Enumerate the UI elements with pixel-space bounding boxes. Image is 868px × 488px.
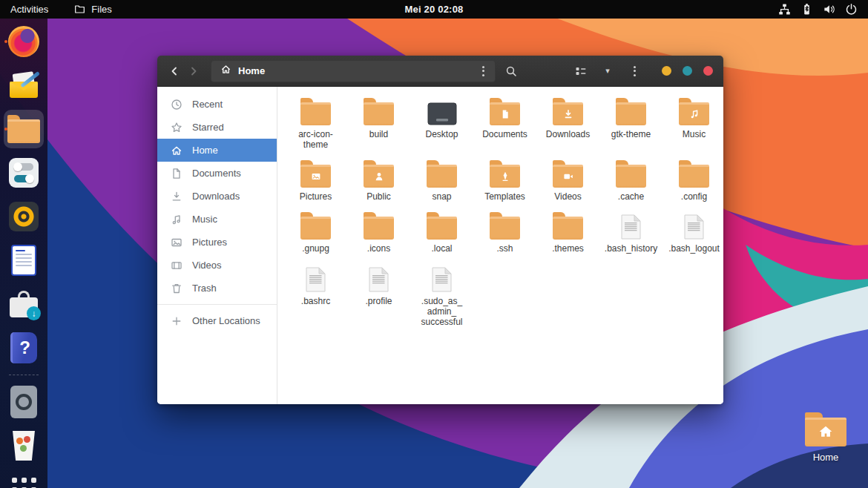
file-label: .themes	[552, 243, 584, 254]
path-menu-kebab-icon[interactable]	[478, 63, 489, 79]
files-app-icon	[73, 3, 86, 16]
file-label: .profile	[365, 296, 392, 306]
sidebar-separator	[157, 304, 277, 305]
file-item[interactable]: Videos	[536, 156, 599, 202]
file-label: Templates	[484, 191, 525, 202]
sidebar-item-label: Trash	[192, 283, 217, 294]
file-label: build	[369, 129, 388, 139]
minimize-button[interactable]	[662, 66, 671, 76]
sidebar-item-label: Home	[192, 145, 218, 156]
text-file-icon	[306, 264, 326, 292]
dock: ↓?	[0, 19, 47, 488]
file-item[interactable]: .ssh	[473, 208, 536, 254]
file-item[interactable]: gtk-theme	[599, 94, 662, 139]
file-item[interactable]: .bashrc	[284, 261, 347, 306]
sidebar-item-recent[interactable]: Recent	[157, 93, 277, 116]
file-label: Music	[683, 129, 706, 139]
file-item[interactable]: .sudo_as_admin_successful	[410, 261, 473, 327]
running-app-icon[interactable]	[4, 383, 44, 421]
search-icon[interactable]	[500, 60, 522, 82]
sidebar-item-downloads[interactable]: Downloads	[157, 185, 277, 208]
path-bar[interactable]: Home	[211, 60, 496, 82]
network-icon[interactable]	[778, 3, 791, 16]
menu-kebab-icon[interactable]	[623, 60, 645, 82]
file-label: Videos	[554, 191, 581, 202]
file-item[interactable]: .local	[410, 208, 473, 254]
ubuntu-software-icon[interactable]: ↓	[4, 285, 44, 323]
file-item[interactable]: .bash_logout	[662, 208, 723, 254]
file-item[interactable]: .gnupg	[284, 208, 347, 254]
file-item[interactable]: Public	[347, 156, 410, 202]
view-options-chevron-icon[interactable]: ▾	[596, 60, 619, 82]
back-icon[interactable]	[165, 62, 184, 81]
music-icon	[171, 214, 183, 225]
folder-icon	[427, 159, 457, 188]
sidebar-item-other-locations[interactable]: Other Locations	[157, 309, 277, 332]
sidebar-item-label: Pictures	[192, 237, 227, 248]
file-label: arc-icon-theme	[287, 129, 345, 150]
sidebar-item-home[interactable]: Home	[157, 139, 277, 162]
file-item[interactable]: build	[347, 94, 410, 139]
app-grid-icon[interactable]	[4, 470, 44, 488]
clock[interactable]: Mei 20 02:08	[0, 4, 868, 15]
file-item[interactable]: Templates	[473, 156, 536, 202]
libreoffice-writer-icon[interactable]	[4, 241, 44, 280]
downloads-icon	[171, 191, 183, 202]
file-item[interactable]: .cache	[599, 156, 662, 202]
rhythmbox-icon[interactable]	[4, 197, 44, 236]
sidebar-item-pictures[interactable]: Pictures	[157, 231, 277, 254]
file-item[interactable]: Pictures	[284, 156, 347, 202]
sidebar-item-label: Videos	[192, 260, 222, 271]
desktop-home-icon[interactable]: Home	[803, 412, 849, 463]
activities-button[interactable]: Activities	[10, 4, 48, 15]
volume-icon[interactable]	[823, 3, 835, 16]
trash-icon[interactable]	[4, 426, 44, 465]
maximize-button[interactable]	[683, 66, 692, 76]
sidebar-item-videos[interactable]: Videos	[157, 254, 277, 277]
file-item[interactable]: Music	[662, 94, 723, 139]
sidebar-item-label: Documents	[192, 168, 241, 179]
folder-icon	[490, 97, 520, 125]
file-item[interactable]: .profile	[347, 261, 410, 306]
settings-icon[interactable]	[4, 154, 44, 192]
power-icon[interactable]	[845, 3, 858, 16]
documents-icon	[171, 168, 183, 179]
file-item[interactable]: arc-icon-theme	[284, 94, 347, 150]
folder-icon	[300, 159, 331, 188]
file-item[interactable]: Desktop	[410, 94, 473, 139]
folder-icon	[300, 97, 331, 125]
file-item[interactable]: .config	[662, 156, 723, 202]
sidebar-item-trash[interactable]: Trash	[157, 277, 277, 300]
folder-icon	[553, 211, 583, 240]
file-item[interactable]: .icons	[347, 208, 410, 254]
file-item[interactable]: .bash_history	[599, 208, 662, 254]
folder-icon	[364, 211, 394, 240]
folder-icon	[616, 159, 646, 188]
file-label: .cache	[618, 191, 644, 202]
file-item[interactable]: snap	[410, 156, 473, 202]
file-item[interactable]: Documents	[473, 94, 536, 139]
forward-icon[interactable]	[184, 62, 203, 81]
file-label: Downloads	[546, 129, 590, 139]
header-bar: Home ▾	[157, 56, 723, 87]
sidebar-item-starred[interactable]: Starred	[157, 116, 277, 139]
sidebar-item-label: Recent	[192, 99, 223, 110]
sidebar-item-music[interactable]: Music	[157, 208, 277, 231]
firefox-icon[interactable]	[4, 22, 44, 61]
file-item[interactable]: .themes	[536, 208, 599, 254]
folder-icon	[490, 211, 520, 240]
folder-icon	[616, 97, 646, 125]
home-folder-icon	[805, 412, 846, 446]
files-icon[interactable]	[4, 110, 44, 148]
file-label: Pictures	[300, 191, 332, 202]
status-icons	[778, 3, 868, 16]
files-appmenu[interactable]: Files	[73, 3, 111, 16]
help-icon[interactable]: ?	[4, 329, 44, 367]
close-button[interactable]	[703, 66, 713, 76]
view-toggle-icon[interactable]	[570, 60, 592, 82]
sidebar-item-documents[interactable]: Documents	[157, 162, 277, 185]
bluetooth-icon[interactable]	[800, 3, 813, 16]
mail-client-icon[interactable]	[4, 66, 44, 105]
file-item[interactable]: Downloads	[536, 94, 599, 139]
text-file-icon	[369, 264, 389, 292]
